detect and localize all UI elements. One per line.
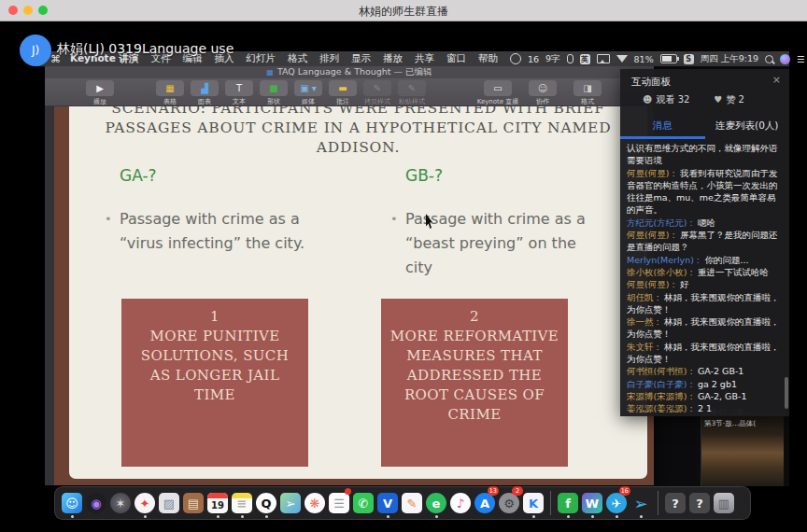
- toolbar-copy-style-button[interactable]: ✎拷贝样式: [361, 80, 393, 106]
- menu-item-11[interactable]: 窗口: [446, 52, 466, 65]
- slide-title[interactable]: SCENARIO: PARTICIPANTS WERE PRESENTED WI…: [69, 106, 647, 158]
- toolbar-keynote-live-button[interactable]: ▭Keynote 直播: [482, 80, 514, 106]
- menu-item-10[interactable]: 共享: [415, 52, 434, 65]
- dock-voov-meeting[interactable]: V: [376, 488, 399, 518]
- net-indicator-icon[interactable]: [510, 53, 521, 64]
- dock-finder[interactable]: ☺: [61, 488, 83, 518]
- dock-missing-app-2[interactable]: ?: [688, 488, 711, 518]
- dock-trash[interactable]: ▥: [713, 488, 735, 518]
- menu-item-5[interactable]: 幻灯片: [246, 52, 276, 65]
- toolbar-paste-style-button[interactable]: ✎粘贴样式: [396, 80, 428, 106]
- dock-safari[interactable]: ✦: [134, 488, 156, 518]
- dock-system-preferences[interactable]: ⚙2: [498, 488, 520, 518]
- menu-item-9[interactable]: 播放: [383, 52, 403, 65]
- keynote-live-icon: ▭: [484, 80, 512, 96]
- dock-keynote[interactable]: K: [522, 488, 545, 518]
- finder-running-indicator: [71, 515, 74, 518]
- notes-running-indicator: [241, 515, 244, 518]
- calendar-running-indicator: [217, 515, 219, 518]
- dock-notes[interactable]: ≡: [231, 488, 253, 518]
- mic-status-icon[interactable]: [567, 54, 573, 63]
- menubar-clock[interactable]: 周四 上午9:19: [701, 53, 758, 65]
- text-label: 文本: [233, 97, 246, 106]
- chat-message-4: 何昱(何昱)：屏幕黑了？是我的问题还是直播的问题？: [627, 229, 783, 254]
- chart-label: 图表: [198, 97, 211, 106]
- notification-center-icon[interactable]: ☰: [797, 54, 805, 64]
- likes-count: 2: [739, 94, 744, 105]
- chart-icon: ▟: [191, 80, 219, 96]
- dock-telegram[interactable]: ✈16: [605, 488, 628, 518]
- dock-facetime[interactable]: ✆: [352, 488, 375, 518]
- dock-wps[interactable]: W: [581, 488, 603, 518]
- slide-heading-gb[interactable]: GB-?: [405, 166, 443, 185]
- toolbar-format-button[interactable]: ◨格式: [572, 80, 603, 106]
- menu-item-8[interactable]: 显示: [351, 52, 371, 65]
- slide-canvas: SCENARIO: PARTICIPANTS WERE PRESENTED WI…: [45, 106, 654, 485]
- dock-pages[interactable]: ✎: [401, 488, 423, 518]
- slide-box-2[interactable]: 2 MORE REFORMATIVE MEASURES THAT ADDRESS…: [381, 299, 568, 467]
- toolbar-play-button[interactable]: ▶播放: [84, 80, 116, 106]
- dock-qq[interactable]: Q: [255, 488, 277, 518]
- wifi-icon[interactable]: [616, 55, 628, 63]
- text-icon: T: [225, 80, 253, 96]
- wps-running-indicator: [591, 515, 594, 518]
- chat-message-3: 方纪元(方纪元)：嗯哈: [627, 217, 783, 229]
- dock-app-store[interactable]: A13: [474, 488, 496, 518]
- toolbar-text-button[interactable]: T文本: [223, 80, 255, 106]
- chat-message-list[interactable]: 认识有思维方式的不同，就像理解外语需要语境何昱(何昱)：我看到有研究说而由于发音…: [620, 142, 789, 413]
- tab-mic-list[interactable]: 连麦列表(0人): [705, 119, 790, 134]
- input-language-icon[interactable]: 英: [580, 54, 590, 64]
- safari-icon: ✦: [134, 493, 155, 513]
- format-icon: ◨: [573, 80, 602, 96]
- system-preferences-icon: ⚙: [499, 493, 519, 513]
- slide-heading-ga[interactable]: GA-?: [120, 166, 157, 185]
- menu-item-12[interactable]: 帮助: [478, 52, 498, 65]
- battery-icon[interactable]: [660, 54, 677, 63]
- dock-photos[interactable]: ❋: [304, 488, 326, 518]
- slide-box-1[interactable]: 1 MORE PUNITIVE SOLUTIONS, SUCH AS LONGE…: [121, 299, 308, 467]
- toolbar-media-button[interactable]: ▣ ▾媒体: [292, 80, 324, 106]
- menu-item-6[interactable]: 格式: [288, 52, 307, 65]
- slide-bullet-gb[interactable]: Passage with crime as a “beast preying” …: [405, 207, 606, 280]
- toolbar-comment-button[interactable]: ▬批注: [327, 80, 359, 106]
- toolbar-collaborate-button[interactable]: ☺协作: [527, 80, 559, 106]
- toolbar-shape-button[interactable]: ■形状: [258, 80, 290, 106]
- dock-preview[interactable]: ▨: [158, 488, 180, 518]
- dock-feedly[interactable]: f: [557, 488, 579, 518]
- wps-icon: W: [582, 493, 602, 513]
- spotlight-icon[interactable]: [765, 55, 773, 63]
- siri-icon[interactable]: [780, 54, 790, 64]
- input-char-count[interactable]: 9字: [545, 53, 560, 65]
- toolbar-chart-button[interactable]: ▟图表: [189, 80, 220, 106]
- chat-scrollbar-thumb[interactable]: [785, 377, 788, 409]
- menu-item-7[interactable]: 排列: [319, 52, 339, 65]
- desktop-video-thumbnail[interactable]: …学01 二维… 第3节·放…晶体(: [701, 407, 784, 486]
- toolbar-table-button[interactable]: ▦表格: [154, 80, 186, 106]
- dock-music[interactable]: ♪: [449, 488, 472, 518]
- slide-bullet-ga[interactable]: Passage with crime as a “virus infecting…: [120, 207, 320, 256]
- tab-messages[interactable]: 消息: [620, 119, 705, 134]
- chat-user: 姜泓源(姜泓源)：: [627, 403, 696, 413]
- trash-icon: ▥: [714, 493, 734, 513]
- dock-separator: [658, 491, 658, 515]
- keynote-titlebar[interactable]: ▦ TAQ Language & Thought — 已编辑: [45, 65, 654, 78]
- dock-launchpad[interactable]: ✶: [109, 488, 132, 518]
- evernote-icon: e: [426, 493, 446, 513]
- dock-calendar[interactable]: 19: [206, 488, 229, 518]
- dock-evernote[interactable]: e: [425, 488, 447, 518]
- toolbar-group-left: ▶播放: [84, 80, 116, 106]
- dock-contacts[interactable]: ▤: [182, 488, 205, 518]
- s-app-status-icon[interactable]: S: [684, 54, 694, 64]
- dock-thunder[interactable]: ➢: [630, 488, 652, 518]
- dock-reminders[interactable]: ☰: [328, 488, 350, 518]
- toolbar-group-center: ▦表格▟图表T文本■形状▣ ▾媒体▬批注✎拷贝样式✎粘贴样式: [154, 80, 428, 106]
- airplay-icon[interactable]: [597, 54, 610, 63]
- chat-message-14: 姜泓源(姜泓源)：2 1: [627, 402, 783, 413]
- dock-maps[interactable]: ➢: [279, 488, 302, 518]
- dock-siri[interactable]: ◉: [85, 488, 107, 518]
- chat-message-13: 宋源博(宋源博)：GA-2, GB-1: [627, 390, 783, 402]
- evernote-running-indicator: [435, 515, 438, 518]
- dock-missing-app-1[interactable]: ?: [664, 488, 687, 518]
- panel-close-icon[interactable]: ×: [772, 74, 781, 86]
- chat-user: 何昱(何昱)：: [627, 279, 678, 289]
